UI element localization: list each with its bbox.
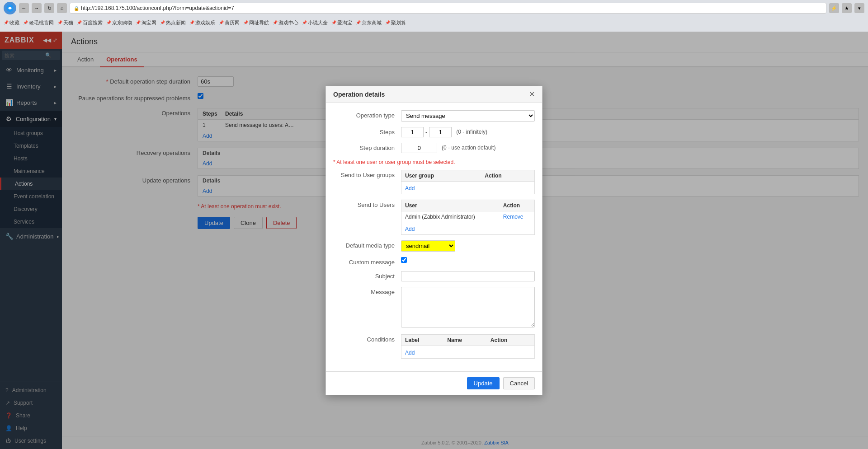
default-media-type-select[interactable]: sendmail Email SMS: [401, 240, 455, 252]
modal-message-label: Message: [333, 287, 401, 295]
modal-step-duration-row: Step duration (0 - use action default): [333, 143, 535, 153]
address-text: http://192.168.175.100/actionconf.php?fo…: [81, 5, 234, 11]
operation-details-modal: Operation details ✕ Operation type Send …: [326, 86, 542, 395]
bookmark-item[interactable]: 收藏: [4, 19, 19, 26]
browser-logo: [4, 2, 16, 14]
user-col-header: User: [401, 200, 500, 211]
operation-type-select[interactable]: Send message Remote command: [401, 110, 535, 122]
steps-separator: -: [425, 129, 427, 136]
modal-step-duration-label: Step duration: [333, 143, 401, 151]
users-action-col-header: Action: [500, 200, 535, 211]
conditions-action-col: Action: [487, 334, 535, 346]
refresh-button[interactable]: ↻: [44, 3, 54, 13]
modal-cancel-button[interactable]: Cancel: [503, 377, 535, 389]
modal-users-row: Send to Users User Action Admin (Zabbix …: [333, 200, 535, 235]
steps-from-input[interactable]: [401, 127, 424, 137]
modal-steps-row: Steps - (0 - infinitely): [333, 127, 535, 137]
browser-toolbar: ← → ↻ ⌂ 🔒 http://192.168.175.100/actionc…: [0, 0, 868, 16]
modal-subject-label: Subject: [333, 271, 401, 280]
bookmark-item[interactable]: 黄历网: [219, 19, 240, 26]
modal-custom-message-label: Custom message: [333, 257, 401, 266]
modal-message-row: Message: [333, 287, 535, 329]
bookmark-item[interactable]: 游戏中心: [273, 19, 298, 26]
modal-user-groups-label: Send to User groups: [333, 170, 401, 178]
custom-message-checkbox[interactable]: [401, 257, 407, 263]
subject-input[interactable]: [401, 271, 535, 281]
bookmark-item[interactable]: 聚划算: [385, 19, 406, 26]
bookmark-item[interactable]: 京东商城: [356, 19, 382, 26]
step-duration-modal-input[interactable]: [401, 143, 437, 153]
modal-footer: Update Cancel: [326, 371, 542, 395]
browser-chrome: ← → ↻ ⌂ 🔒 http://192.168.175.100/actionc…: [0, 0, 868, 32]
user-groups-add-link[interactable]: Add: [405, 185, 415, 192]
bookmark-item[interactable]: 游戏娱乐: [189, 19, 215, 26]
modal-conditions-row: Conditions Label Name Action: [333, 334, 535, 359]
bookmark-item[interactable]: 网址导航: [243, 19, 269, 26]
bookmark-item[interactable]: 天猫: [57, 19, 73, 26]
modal-operation-type-label: Operation type: [333, 110, 401, 119]
conditions-add-link[interactable]: Add: [405, 350, 415, 356]
modal-body: Operation type Send message Remote comma…: [326, 103, 542, 371]
modal-conditions-label: Conditions: [333, 334, 401, 343]
bookmarks-bar: 收藏 老毛桃官网 天猫 百度搜索 京东购物 淘宝网 热点新闻 游戏娱乐 黄历网 …: [0, 16, 868, 29]
modal-overlay: Operation details ✕ Operation type Send …: [0, 32, 868, 449]
user-group-action-col-header: Action: [481, 170, 534, 181]
bookmark-item[interactable]: 爱淘宝: [331, 19, 352, 26]
bookmark-item[interactable]: 百度搜索: [77, 19, 103, 26]
security-icon: 🔒: [74, 6, 79, 11]
bookmark-item[interactable]: 淘宝网: [136, 19, 156, 26]
extensions-button[interactable]: ⚡: [829, 3, 839, 13]
modal-title: Operation details: [333, 91, 385, 98]
menu-button[interactable]: ▾: [854, 3, 864, 13]
bookmark-item[interactable]: 京东购物: [106, 19, 132, 26]
user-group-col-header: User group: [401, 170, 481, 181]
modal-user-groups-row: Send to User groups User group Action: [333, 170, 535, 194]
step-duration-note: (0 - use action default): [442, 145, 495, 151]
modal-close-button[interactable]: ✕: [529, 91, 535, 98]
modal-update-button[interactable]: Update: [467, 377, 500, 389]
steps-to-input[interactable]: [429, 127, 452, 137]
modal-media-type-row: Default media type sendmail Email SMS: [333, 240, 535, 252]
back-button[interactable]: ←: [19, 3, 29, 13]
user-remove-link[interactable]: Remove: [503, 214, 524, 220]
modal-users-label: Send to Users: [333, 200, 401, 208]
modal-media-type-label: Default media type: [333, 240, 401, 249]
favorites-button[interactable]: ★: [842, 3, 852, 13]
users-add-link[interactable]: Add: [405, 226, 415, 232]
address-bar[interactable]: 🔒 http://192.168.175.100/actionconf.php?…: [70, 3, 826, 14]
modal-steps-label: Steps: [333, 127, 401, 136]
message-textarea[interactable]: [401, 287, 535, 327]
bookmark-item[interactable]: 热点新闻: [160, 19, 186, 26]
user-row: Admin (Zabbix Administrator) Remove: [401, 211, 535, 222]
steps-note: (0 - infinitely): [456, 129, 487, 135]
modal-at-least-one-note: * At least one user or user group must b…: [333, 159, 455, 165]
home-button[interactable]: ⌂: [57, 3, 67, 13]
modal-operation-type-row: Operation type Send message Remote comma…: [333, 110, 535, 122]
conditions-name-col: Name: [443, 334, 487, 346]
modal-subject-row: Subject: [333, 271, 535, 281]
modal-custom-message-row: Custom message: [333, 257, 535, 266]
bookmark-item[interactable]: 小说大全: [302, 19, 328, 26]
forward-button[interactable]: →: [32, 3, 42, 13]
users-table: User Action Admin (Zabbix Administrator)…: [401, 200, 535, 235]
user-groups-table: User group Action Add: [401, 170, 535, 194]
bookmark-item[interactable]: 老毛桃官网: [23, 19, 54, 26]
modal-header: Operation details ✕: [326, 86, 542, 103]
conditions-table: Label Name Action Add: [401, 334, 535, 359]
user-name-cell: Admin (Zabbix Administrator): [401, 211, 500, 222]
conditions-label-col: Label: [401, 334, 444, 346]
